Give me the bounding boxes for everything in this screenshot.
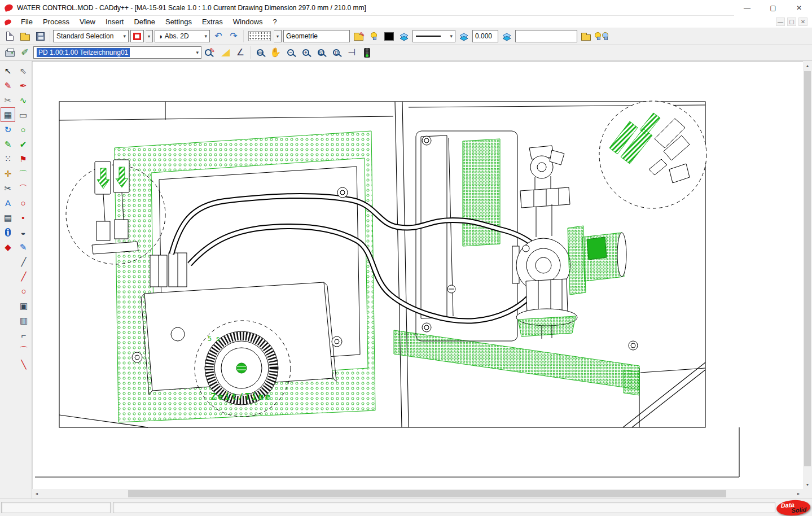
mdi-minimize-button[interactable]: —: [776, 18, 785, 26]
horizontal-scrollbar[interactable]: ◄ ►: [32, 489, 803, 498]
maximize-button[interactable]: ▢: [760, 0, 786, 16]
scroll-up-icon[interactable]: ▲: [803, 61, 812, 70]
diagonal-red-icon[interactable]: ╲: [16, 357, 31, 371]
hatch-lines-icon[interactable]: ▤: [1, 210, 15, 225]
edit-pen-icon[interactable]: ✎: [1, 137, 15, 151]
zoom-edit-button[interactable]: ✎: [203, 46, 217, 59]
vertical-scrollbar[interactable]: ▲ ▼: [803, 61, 812, 489]
minimize-button[interactable]: —: [734, 0, 760, 16]
color-layers-button[interactable]: [397, 29, 411, 43]
view-cup-icon[interactable]: ◒: [16, 225, 30, 239]
select-icon[interactable]: ↖: [1, 63, 15, 78]
zoom-out-button[interactable]: −: [284, 46, 297, 59]
menu-item[interactable]: Extras: [197, 16, 228, 27]
scroll-left-icon[interactable]: ◄: [32, 489, 41, 498]
hatch-delete-icon[interactable]: ▦: [1, 107, 15, 122]
lamp-pair-button[interactable]: [594, 29, 609, 43]
project-folder-button[interactable]: [579, 29, 592, 43]
undo-button[interactable]: ↶: [212, 29, 225, 43]
circle-tool-icon[interactable]: ○: [16, 122, 30, 137]
cut-icon[interactable]: ✂: [1, 181, 15, 195]
line-tool-icon[interactable]: ╱: [16, 254, 31, 269]
menu-item[interactable]: Define: [129, 16, 160, 27]
text-tool-icon[interactable]: A: [1, 195, 15, 210]
ellipse-red-icon[interactable]: ○: [16, 283, 31, 298]
rotate-tool-icon[interactable]: ↻: [1, 122, 15, 137]
menu-item[interactable]: Windows: [228, 16, 268, 27]
delete-diamond-icon[interactable]: ◆: [1, 239, 15, 254]
freehand-pen-icon[interactable]: ✎: [1, 78, 15, 93]
pen-color-dropdown[interactable]: ▾: [146, 30, 153, 42]
plot-button[interactable]: ✐: [18, 46, 32, 59]
toolbar-separator: [243, 30, 244, 42]
menu-item[interactable]: ?: [268, 16, 282, 27]
snap-flag-icon[interactable]: ⚑: [16, 151, 30, 166]
menu-item[interactable]: Insert: [100, 16, 129, 27]
line-red-icon[interactable]: ╱: [16, 269, 31, 283]
mdi-restore-button[interactable]: ▢: [787, 18, 796, 26]
current-color-swatch[interactable]: [382, 29, 396, 43]
arc-red-icon[interactable]: ⌒: [16, 181, 30, 195]
close-button[interactable]: ✕: [786, 0, 812, 16]
width-layers-button[interactable]: [500, 29, 513, 43]
group-name-input[interactable]: [283, 30, 350, 42]
menu-item[interactable]: Settings: [160, 16, 197, 27]
drawing-canvas[interactable]: 5 s Zeit/Time: [32, 61, 803, 489]
horizontal-scroll-thumb[interactable]: [128, 490, 726, 497]
menu-item[interactable]: Process: [38, 16, 74, 27]
line-pen-icon[interactable]: ✒: [16, 78, 30, 93]
open-file-button[interactable]: [18, 29, 32, 43]
spline-icon[interactable]: ∿: [16, 93, 30, 107]
coord-mode-icon: ◑: [158, 33, 163, 40]
status-light-button[interactable]: [360, 46, 374, 59]
menu-item[interactable]: View: [74, 16, 100, 27]
set-square-button[interactable]: [218, 46, 232, 59]
cube-icon[interactable]: ▣: [16, 298, 31, 313]
zoom-window-button[interactable]: ▭: [253, 46, 267, 59]
point-red-icon[interactable]: •: [16, 210, 30, 225]
new-file-icon: [6, 32, 14, 41]
coordinate-mode-combo[interactable]: ◑ Abs. 2D ▾: [155, 30, 210, 42]
vertical-scroll-thumb[interactable]: [804, 71, 811, 466]
extra-combo[interactable]: [515, 30, 577, 42]
scroll-right-icon[interactable]: ►: [794, 489, 803, 498]
undo-icon: ↶: [214, 32, 222, 41]
draw-blue-icon[interactable]: ✎: [16, 239, 30, 254]
align-button[interactable]: ⊣: [345, 46, 358, 59]
redo-button[interactable]: ↷: [227, 29, 240, 43]
pan-button[interactable]: ✋: [269, 46, 282, 59]
rectangle-tool-icon[interactable]: ▭: [16, 107, 30, 122]
grid-settings-button[interactable]: [247, 29, 273, 43]
pen-color-button[interactable]: [130, 30, 144, 42]
circle-red-icon[interactable]: ○: [16, 195, 30, 210]
info-icon[interactable]: ℹ: [1, 225, 15, 239]
save-button[interactable]: [33, 29, 47, 43]
menu-item[interactable]: File: [16, 16, 38, 27]
modify-icon[interactable]: ✂: [1, 93, 15, 107]
scroll-down-icon[interactable]: ▼: [803, 480, 812, 489]
zoom-in-button[interactable]: +: [299, 46, 313, 59]
arc2-red-icon[interactable]: ⌒: [16, 342, 31, 357]
zoom-region-button[interactable]: ◱: [314, 46, 328, 59]
cylinder-icon[interactable]: ▥: [16, 313, 31, 327]
line-style-combo[interactable]: ▾: [412, 30, 455, 42]
layer-edit-button[interactable]: ✎: [352, 29, 365, 43]
arc-green-icon[interactable]: ⌒: [16, 166, 30, 181]
chevron-down-icon: ▾: [449, 33, 454, 39]
grid-dropdown[interactable]: ▾: [274, 30, 282, 42]
print-button[interactable]: [3, 46, 16, 59]
layer-visibility-button[interactable]: [367, 29, 380, 43]
drawing-view-combo[interactable]: PD 1.00:1.00 Teilzeichnung01 ▾: [33, 46, 201, 59]
measure-angle-button[interactable]: ∠: [234, 46, 247, 59]
profile-icon[interactable]: ⌐: [16, 327, 31, 342]
new-file-button[interactable]: [3, 29, 16, 43]
confirm-check-icon[interactable]: ✔: [16, 137, 30, 151]
origin-cross-icon[interactable]: ✛: [1, 166, 15, 181]
selection-mode-combo[interactable]: Standard Selection ▾: [53, 30, 129, 42]
line-width-input[interactable]: [472, 30, 498, 42]
pick-select-icon[interactable]: ⇖: [16, 63, 30, 78]
mdi-close-button[interactable]: ✕: [798, 18, 807, 26]
point-grid-icon[interactable]: ⁙: [1, 151, 15, 166]
line-layers-button[interactable]: [457, 29, 471, 43]
zoom-page-button[interactable]: ▯: [330, 46, 343, 59]
